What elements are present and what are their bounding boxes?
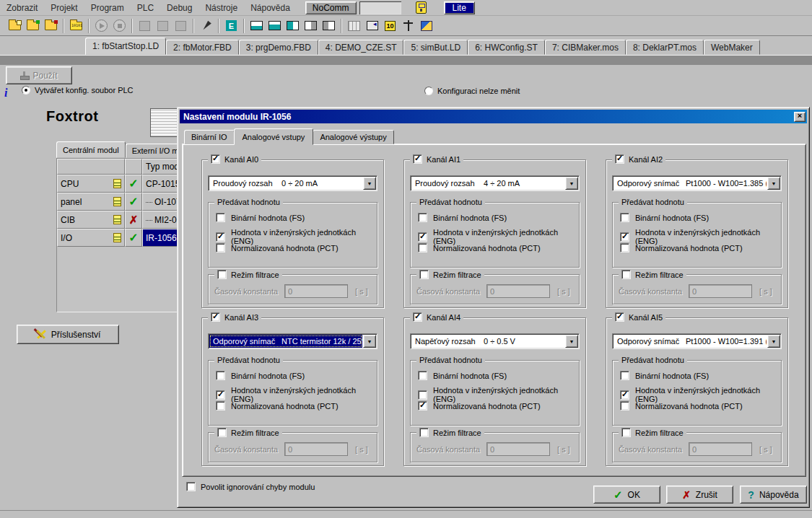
doc-tab-deklarpt[interactable]: 8: DeklarPT.mos — [626, 40, 704, 55]
checklist-icon[interactable] — [113, 233, 121, 242]
checklist-icon[interactable] — [113, 215, 121, 224]
edit-pen-icon[interactable] — [197, 17, 215, 35]
option-binary-value[interactable]: ✓ Binární hodnota (FS) — [216, 213, 305, 222]
menu-zobrazit[interactable]: Zobrazit — [0, 1, 44, 14]
layout-bottom-large-icon[interactable] — [266, 17, 284, 35]
filter-checkbox[interactable]: ✓ — [419, 428, 429, 437]
filter-legend: ✓ Režim filtrace — [416, 270, 484, 279]
channel-enable-checkbox[interactable]: ✓ — [615, 154, 624, 164]
range-combo[interactable]: Proudový rozsah 4 ÷ 20 mA ▼ — [410, 175, 580, 191]
option-binary-value[interactable]: ✓ Binární hodnota (FS) — [620, 213, 709, 222]
range-combo[interactable]: Odporový snímač NTC termistor 12k / 25°C… — [208, 333, 377, 349]
open-project-icon[interactable] — [24, 17, 42, 35]
layout-bottom-icon[interactable] — [248, 17, 266, 35]
doc-tab-cibmaker[interactable]: 7: CIBMaker.mos — [545, 40, 626, 55]
option-normalized-value[interactable]: ✓ Normalizovaná hodnota (PCT) — [418, 401, 541, 411]
doc-tab-democze[interactable]: 4: DEMO_CZE.ST — [318, 40, 404, 55]
grid-icon[interactable] — [345, 17, 363, 35]
e-label: E — [226, 20, 237, 31]
checklist-icon[interactable] — [113, 197, 121, 206]
doc-tab-hwconfig[interactable]: 6: HWConfig.ST — [468, 40, 545, 55]
layout-split-right-icon[interactable] — [302, 17, 320, 35]
nocomm-button[interactable]: NoComm — [305, 1, 357, 14]
channel-enable-checkbox[interactable]: ✓ — [211, 154, 220, 164]
chevron-down-icon[interactable]: ▼ — [767, 335, 780, 348]
option-normalized-value[interactable]: ✓ Normalizovaná hodnota (PCT) — [418, 243, 541, 253]
radio-config-locked[interactable]: Konfiguraci nelze měnit — [424, 87, 520, 95]
option-binary-value[interactable]: ✓ Binární hodnota (FS) — [216, 371, 305, 380]
apply-button[interactable]: Použít — [6, 66, 72, 84]
build-project-icon[interactable]: 10101 — [67, 17, 85, 35]
checklist-icon[interactable] — [113, 179, 121, 188]
doc-tab-fbmotor[interactable]: 2: fbMotor.FBD — [166, 40, 239, 55]
option-binary-value[interactable]: ✓ Binární hodnota (FS) — [620, 371, 709, 380]
editor-icon[interactable]: E — [222, 17, 240, 35]
option-normalized-value[interactable]: ✓ Normalizovaná hodnota (PCT) — [216, 401, 339, 411]
channel-enable-checkbox[interactable]: ✓ — [413, 312, 422, 322]
read-from-plc-icon[interactable] — [154, 17, 172, 35]
ignore-module-error-checkbox[interactable]: ✓ Povolit ignorování chyby modulu — [186, 482, 315, 491]
menu-program[interactable]: Program — [84, 1, 131, 14]
accessories-button[interactable]: Příslušenství — [17, 325, 119, 344]
run-icon[interactable] — [92, 17, 110, 35]
new-project-icon[interactable] — [6, 17, 24, 35]
option-binary-value[interactable]: ✓ Binární hodnota (FS) — [418, 213, 507, 222]
option-binary-value[interactable]: ✓ Binární hodnota (FS) — [418, 371, 507, 380]
ok-button[interactable]: ✓ OK — [593, 486, 660, 504]
info-icon: i — [4, 87, 7, 100]
radio-create-config[interactable]: Vytvářet konfig. soubor PLC — [22, 86, 134, 95]
chevron-down-icon[interactable]: ▼ — [363, 335, 376, 348]
close-project-icon[interactable] — [42, 17, 60, 35]
option-normalized-value[interactable]: ✓ Normalizovaná hodnota (PCT) — [620, 401, 743, 411]
chevron-down-icon[interactable]: ▼ — [363, 177, 376, 190]
cancel-button[interactable]: ✗ Zrušit — [666, 486, 733, 504]
doc-tab-simbut[interactable]: 5: simBut.LD — [403, 40, 468, 55]
range-combo[interactable]: Napěťový rozsah 0 ÷ 0.5 V ▼ — [410, 333, 580, 349]
range-combo[interactable]: Odporový snímač Pt1000 - W100=1.385 (E) … — [612, 175, 782, 191]
stop-icon[interactable] — [110, 17, 128, 35]
channel-enable-checkbox[interactable]: ✓ — [615, 312, 624, 322]
chevron-down-icon[interactable]: ▼ — [565, 177, 578, 190]
layout-split-left-icon[interactable] — [320, 17, 338, 35]
status-ok-icon: ✓ — [128, 177, 138, 190]
document-tab-bar: 1: fbStartStop.LD 2: fbMotor.FBD 3: prgD… — [0, 36, 812, 55]
menu-plc[interactable]: PLC — [131, 1, 160, 14]
channel-enable-checkbox[interactable]: ✓ — [211, 312, 220, 322]
filter-checkbox[interactable]: ✓ — [419, 270, 429, 279]
window-select-icon[interactable] — [363, 17, 381, 35]
tab-central-module[interactable]: Centrální modul — [56, 141, 126, 158]
help-button[interactable]: ? Nápověda — [740, 486, 807, 504]
filter-checkbox[interactable]: ✓ — [217, 270, 227, 279]
tab-binary-io[interactable]: Binární IO — [184, 130, 235, 144]
doc-tab-webmaker[interactable]: WebMaker — [704, 40, 760, 55]
menu-napoveda[interactable]: Nápověda — [244, 1, 297, 14]
filter-checkbox[interactable]: ✓ — [621, 428, 631, 437]
tab-analog-outputs[interactable]: Analogové výstupy — [313, 130, 393, 144]
filter-checkbox[interactable]: ✓ — [217, 428, 227, 437]
range-combo[interactable]: Odporový snímač Pt1000 - W100=1.391 (U) … — [612, 333, 782, 349]
menu-nastroje[interactable]: Nástroje — [198, 1, 244, 14]
dialog-titlebar[interactable]: Nastavení modulu IR-1056 × — [180, 110, 807, 123]
range-combo[interactable]: Proudový rozsah 0 ÷ 20 mA ▼ — [208, 175, 377, 191]
option-normalized-value[interactable]: ✓ Normalizovaná hodnota (PCT) — [216, 243, 339, 253]
channel-enable-checkbox[interactable]: ✓ — [413, 154, 422, 164]
filter-checkbox[interactable]: ✓ — [621, 270, 631, 279]
chevron-down-icon[interactable]: ▼ — [565, 335, 578, 348]
iec-view-icon[interactable]: 10 — [381, 17, 399, 35]
menu-projekt[interactable]: Projekt — [44, 1, 84, 14]
doc-tab-prgdemo[interactable]: 3: prgDemo.FBD — [239, 40, 318, 55]
toolbar-separator — [88, 19, 90, 33]
chevron-down-icon[interactable]: ▼ — [767, 177, 780, 190]
close-icon[interactable]: × — [794, 112, 806, 122]
network-pole-icon[interactable] — [399, 17, 417, 35]
value-options-group: Předávat hodnotu ✓ Binární hodnota (FS) … — [208, 360, 377, 426]
comm-status-field[interactable] — [359, 1, 401, 14]
tab-analog-inputs[interactable]: Analogové vstupy — [234, 128, 314, 145]
layout-left-icon[interactable] — [284, 17, 302, 35]
plc-reset-icon[interactable] — [172, 17, 190, 35]
settings-wrench-icon[interactable] — [417, 17, 435, 35]
option-normalized-value[interactable]: ✓ Normalizovaná hodnota (PCT) — [620, 243, 743, 253]
menu-debug[interactable]: Debug — [160, 1, 198, 14]
doc-tab-fbstartstop[interactable]: 1: fbStartStop.LD — [85, 38, 166, 55]
send-to-plc-icon[interactable] — [136, 17, 154, 35]
